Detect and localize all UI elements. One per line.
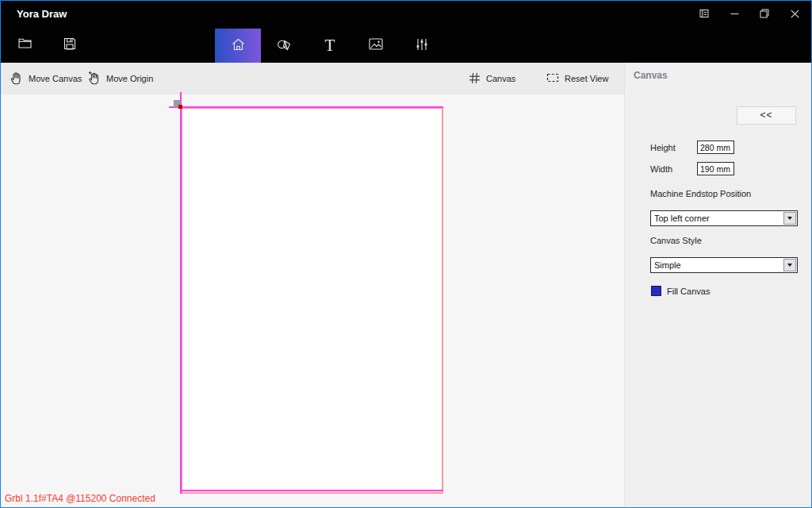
restore-icon (760, 9, 769, 18)
restore-button[interactable] (751, 1, 778, 26)
width-label: Width (650, 164, 672, 174)
open-folder-icon (18, 37, 32, 52)
origin-marker (178, 105, 182, 109)
canvas-style-dropdown[interactable]: Simple (650, 257, 798, 273)
minimize-button[interactable] (721, 1, 748, 26)
save-icon (63, 37, 76, 53)
action-bar: Move Canvas Move Origin Canvas (1, 63, 624, 94)
main-toolbar: T (1, 27, 811, 63)
height-input[interactable] (697, 140, 734, 154)
canvas-toggle-button[interactable]: Canvas (469, 63, 515, 94)
home-icon (232, 38, 245, 54)
move-canvas-label: Move Canvas (29, 74, 82, 83)
width-input[interactable] (697, 162, 734, 175)
close-icon (791, 10, 799, 18)
shapes-pen-icon (277, 37, 292, 54)
move-origin-button[interactable]: Move Origin (86, 63, 153, 94)
reset-view-button[interactable]: Reset View (546, 63, 608, 94)
console-icon (699, 9, 709, 18)
panel-title: Canvas (634, 70, 668, 81)
fill-canvas-label: Fill Canvas (667, 287, 710, 296)
canvas-paper (181, 107, 443, 494)
app-title: Yora Draw (17, 8, 67, 20)
endstop-value: Top left corner (651, 214, 783, 223)
reset-view-label: Reset View (565, 74, 608, 83)
tab-text[interactable]: T (307, 29, 353, 63)
canvas-style-value: Simple (651, 260, 783, 270)
image-icon (369, 38, 383, 53)
height-label: Height (650, 143, 676, 152)
close-button[interactable] (781, 1, 808, 26)
tab-home[interactable] (215, 29, 261, 63)
endstop-dropdown[interactable]: Top left corner (650, 210, 798, 226)
chevron-down-icon[interactable] (783, 212, 796, 225)
open-file-button[interactable] (9, 27, 40, 63)
canvas-style-label: Canvas Style (650, 236, 702, 245)
tab-image[interactable] (353, 29, 399, 63)
save-button[interactable] (54, 27, 86, 63)
endstop-label: Machine Endstop Position (650, 189, 751, 198)
hand-plus-icon (86, 71, 101, 87)
minimize-icon (730, 10, 739, 18)
console-log-button[interactable] (691, 1, 718, 26)
fill-canvas-color-swatch[interactable] (651, 286, 661, 296)
sliders-icon (416, 38, 428, 54)
origin-axis-horizontal (169, 106, 443, 108)
canvas-panel: Canvas << Height Width Machine Endstop P… (624, 63, 812, 508)
connection-status: Grbl 1.1f#TA4 @115200 Connected (5, 493, 155, 504)
text-tool-icon: T (325, 37, 335, 54)
move-origin-label: Move Origin (106, 74, 153, 83)
collapse-panel-button[interactable]: << (737, 106, 796, 125)
app-window: Yora Draw (0, 0, 812, 508)
move-canvas-button[interactable]: Move Canvas (9, 63, 82, 94)
reset-view-icon (546, 72, 559, 85)
hand-icon (9, 71, 23, 87)
tab-design[interactable] (261, 29, 307, 63)
chevron-down-icon[interactable] (783, 259, 796, 271)
origin-axis-vertical (180, 92, 182, 494)
drawing-viewport[interactable]: Grbl 1.1f#TA4 @115200 Connected (1, 94, 624, 508)
grid-icon (469, 72, 481, 86)
canvas-toggle-label: Canvas (486, 74, 515, 83)
title-bar: Yora Draw (1, 1, 811, 27)
tab-settings[interactable] (399, 29, 445, 63)
canvas-bottom-axis (182, 490, 443, 491)
